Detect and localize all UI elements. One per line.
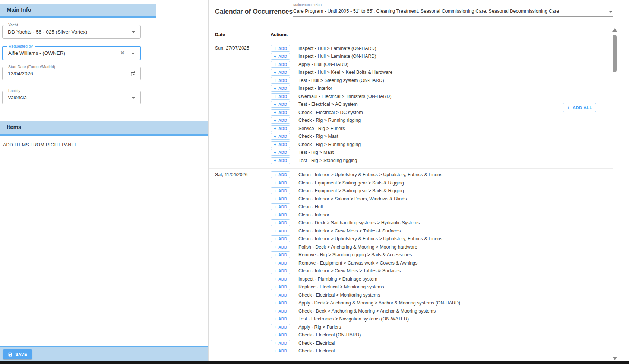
add-button[interactable]: +ADD	[271, 203, 290, 210]
plus-icon: +	[274, 325, 276, 329]
add-button-label: ADD	[278, 277, 287, 281]
action-row: +ADDInspect - Plumbing > Drainage system	[271, 275, 613, 283]
plus-icon: +	[274, 301, 276, 306]
add-button[interactable]: +ADD	[271, 284, 290, 290]
action-row: +ADDCheck - Rig > Mast	[271, 133, 613, 141]
calendar-title: Calendar of Occurrences	[215, 8, 293, 16]
calendar-icon[interactable]	[130, 71, 136, 78]
plus-icon: +	[274, 260, 276, 265]
maintenance-plan-value: Care Program - Until 2005 - 51´ to 65´, …	[293, 8, 605, 14]
action-label: Apply - Hull (ON-HARD)	[298, 62, 348, 67]
requested-by-select[interactable]: Requested by Alfie Williams - (OWNER) ✕	[2, 46, 141, 60]
chevron-down-icon[interactable]	[131, 53, 135, 54]
add-button[interactable]: +ADD	[271, 212, 290, 218]
add-button[interactable]: +ADD	[271, 125, 290, 132]
add-button[interactable]: +ADD	[271, 77, 290, 84]
facility-value: Valencia	[8, 91, 27, 104]
add-button-label: ADD	[278, 237, 287, 241]
action-row: +ADDTest - Electrical > AC system	[271, 101, 613, 109]
add-button-label: ADD	[278, 62, 287, 67]
add-button[interactable]: +ADD	[271, 69, 290, 76]
plus-icon: +	[274, 276, 276, 281]
add-button[interactable]: +ADD	[271, 117, 290, 124]
plus-icon: +	[274, 189, 276, 193]
action-row: +ADDInspect - Interior	[271, 85, 613, 93]
add-button[interactable]: +ADD	[271, 85, 290, 92]
add-button[interactable]: +ADD	[271, 235, 290, 242]
action-row: +ADDClean - Deck > Sail handling systems…	[271, 219, 613, 227]
add-button[interactable]: +ADD	[271, 260, 290, 266]
add-button[interactable]: +ADD	[271, 196, 290, 202]
clear-icon[interactable]: ✕	[120, 49, 125, 57]
chevron-down-icon[interactable]	[132, 31, 135, 33]
add-button[interactable]: +ADD	[271, 61, 290, 68]
add-button-label: ADD	[278, 285, 287, 289]
plus-icon: +	[274, 244, 276, 249]
action-label: Check - Rig > Running rigging	[298, 118, 361, 123]
add-button[interactable]: +ADD	[271, 45, 290, 52]
add-button[interactable]: +ADD	[271, 348, 290, 354]
add-button[interactable]: +ADD	[271, 149, 290, 156]
add-all-button[interactable]: + ADD ALL	[563, 103, 596, 112]
plus-icon: +	[274, 253, 276, 257]
add-button[interactable]: +ADD	[271, 101, 290, 108]
scrollbar-up-arrow-icon[interactable]	[612, 28, 617, 32]
add-button[interactable]: +ADD	[271, 292, 290, 298]
save-button[interactable]: SAVE	[3, 349, 32, 359]
add-button-label: ADD	[278, 102, 287, 107]
add-button[interactable]: +ADD	[271, 332, 290, 338]
action-label: Inspect - Hull > Laminate (ON-HARD)	[298, 46, 376, 51]
add-button[interactable]: +ADD	[271, 109, 290, 116]
action-row: +ADDTest - Rig > Standing rigging	[271, 156, 613, 165]
add-button[interactable]: +ADD	[271, 228, 290, 234]
scrollbar-down-arrow-icon[interactable]	[612, 357, 617, 360]
add-button[interactable]: +ADD	[271, 324, 290, 330]
add-button-label: ADD	[278, 126, 287, 131]
add-button-label: ADD	[278, 189, 287, 193]
action-label: Clean - Deck > Sail handling systems > H…	[298, 220, 420, 225]
add-button[interactable]: +ADD	[271, 180, 290, 186]
add-button[interactable]: +ADD	[271, 93, 290, 100]
plus-icon: +	[274, 317, 276, 322]
action-row: +ADDPolish - Deck > Anchoring & Mooring …	[271, 243, 613, 251]
add-button-label: ADD	[278, 118, 287, 123]
add-button[interactable]: +ADD	[271, 340, 290, 346]
add-button[interactable]: +ADD	[271, 133, 290, 140]
add-button[interactable]: +ADD	[271, 157, 290, 164]
action-label: Apply - Rig > Furlers	[298, 325, 341, 330]
add-button[interactable]: +ADD	[271, 308, 290, 314]
add-button[interactable]: +ADD	[271, 141, 290, 148]
add-button-label: ADD	[278, 94, 287, 99]
scrollbar-thumb[interactable]	[613, 35, 617, 72]
chevron-down-icon[interactable]	[609, 11, 613, 13]
add-button[interactable]: +ADD	[271, 187, 290, 194]
add-button[interactable]: +ADD	[271, 171, 290, 178]
footer-bar: SAVE	[0, 346, 208, 361]
action-row: +ADDClean - Interior > Crew Mess > Table…	[271, 227, 613, 235]
facility-select[interactable]: Facility Valencia	[2, 91, 141, 104]
maintenance-plan-select[interactable]: Maintenance Plan Care Program - Until 20…	[293, 3, 613, 17]
yacht-select[interactable]: Yacht DD Yachts - 56 - 025 (Silver Vorte…	[2, 25, 141, 39]
action-row: +ADDCheck - Electrical	[271, 339, 613, 347]
action-label: Inspect - Interior	[298, 86, 332, 91]
action-row: +ADDApply - Hull (ON-HARD)	[271, 60, 613, 69]
plus-icon: +	[274, 285, 276, 289]
add-button[interactable]: +ADD	[271, 251, 290, 258]
add-button[interactable]: +ADD	[271, 244, 290, 250]
chevron-down-icon[interactable]	[132, 97, 135, 99]
plus-icon: +	[274, 292, 276, 297]
action-label: Remove - Rig > Standing rigging > Sails …	[298, 252, 412, 257]
add-button[interactable]: +ADD	[271, 219, 290, 226]
action-row: +ADDApply - Deck > Anchoring & Mooring >…	[271, 299, 613, 307]
plus-icon: +	[274, 308, 276, 313]
plus-icon: +	[274, 237, 276, 241]
add-button-label: ADD	[278, 261, 287, 265]
add-button[interactable]: +ADD	[271, 300, 290, 306]
action-row: +ADDRemove - Rig > Standing rigging > Sa…	[271, 251, 613, 259]
add-button[interactable]: +ADD	[271, 53, 290, 60]
start-date-value: 12/04/2026	[8, 67, 33, 80]
add-button[interactable]: +ADD	[271, 276, 290, 282]
add-button[interactable]: +ADD	[271, 268, 290, 274]
start-date-input[interactable]: Start Date (Europe/Madrid) 12/04/2026	[2, 67, 141, 80]
add-button[interactable]: +ADD	[271, 316, 290, 322]
